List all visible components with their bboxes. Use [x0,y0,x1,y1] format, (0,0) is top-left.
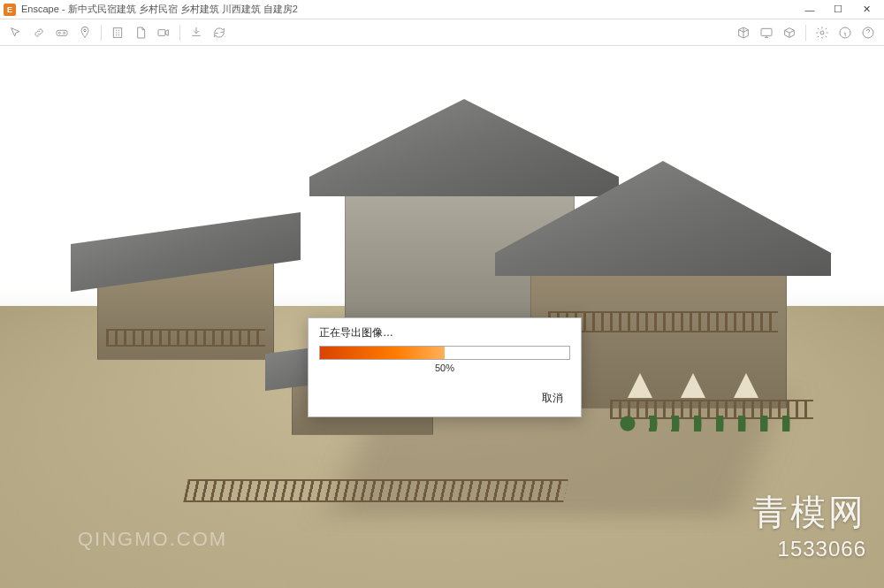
app-name-text: Enscape [21,4,59,14]
close-button[interactable]: ✕ [852,0,880,19]
window-controls: — ☐ ✕ [796,0,880,19]
vr-icon[interactable] [51,22,72,43]
building-icon[interactable] [107,22,128,43]
window-title-suffix: 新中式民宿建筑 乡村民宿 乡村建筑 川西建筑 自建房2 [68,4,298,14]
video-icon[interactable] [153,22,174,43]
window-title: Enscape - 新中式民宿建筑 乡村民宿 乡村建筑 川西建筑 自建房2 [21,3,796,16]
dialog-title: 正在导出图像… [309,318,581,346]
minimize-button[interactable]: — [796,0,824,19]
svg-rect-0 [57,30,67,35]
svg-point-3 [84,29,87,32]
gear-icon[interactable] [812,22,833,43]
svg-point-1 [58,32,60,34]
box-icon[interactable] [779,22,800,43]
svg-point-2 [64,32,65,34]
toolbar-separator [179,25,180,41]
progress-label: 50% [319,360,570,380]
export-icon[interactable] [186,22,207,43]
progress-container: 50% [309,346,581,386]
marker-icon[interactable] [74,22,95,43]
svg-point-7 [820,31,824,34]
progress-bar [319,346,570,360]
progress-fill [320,347,445,359]
export-progress-dialog: 正在导出图像… 50% 取消 [308,317,582,417]
toolbar [0,19,884,46]
svg-rect-4 [113,27,121,37]
app-icon: E [4,4,16,16]
pdf-icon[interactable] [130,22,151,43]
titlebar: E Enscape - 新中式民宿建筑 乡村民宿 乡村建筑 川西建筑 自建房2 … [0,0,884,19]
info-icon[interactable] [834,22,856,43]
monitor-icon[interactable] [756,22,777,43]
render-viewport[interactable]: QINGMO.COM QINGMO.COM 青模网 1533066 正在导出图像… [0,46,884,588]
maximize-button[interactable]: ☐ [824,0,852,19]
pointer-icon[interactable] [5,22,27,43]
svg-rect-6 [761,28,772,35]
toolbar-separator [805,25,806,41]
sync-icon[interactable] [209,22,230,43]
svg-rect-5 [158,29,165,35]
link-icon[interactable] [28,22,50,43]
cube-icon[interactable] [733,22,754,43]
cancel-button[interactable]: 取消 [537,389,568,408]
help-icon[interactable] [857,22,879,43]
toolbar-separator [101,25,102,41]
